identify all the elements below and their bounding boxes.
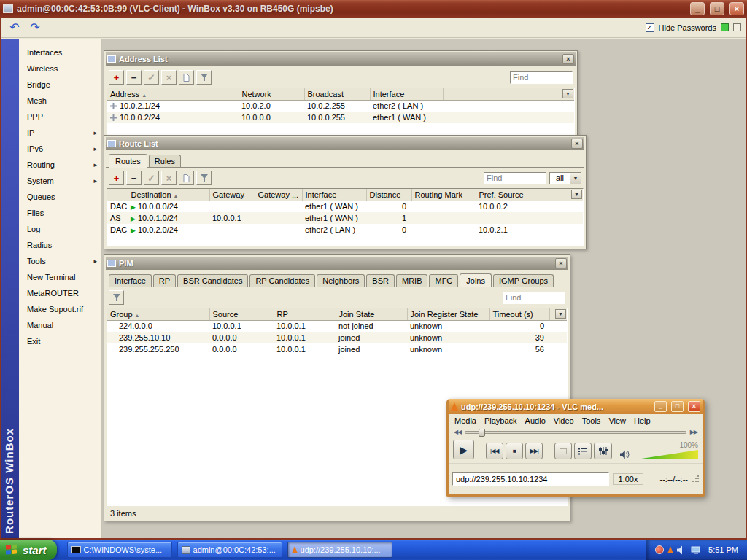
menu-playback[interactable]: Playback: [481, 416, 521, 426]
volume-slider[interactable]: 100%: [637, 441, 698, 459]
sidebar-item-manual[interactable]: Manual: [19, 317, 101, 333]
close-button[interactable]: ×: [729, 2, 744, 15]
sidebar-item-tools[interactable]: Tools▸: [19, 253, 101, 269]
tab-mfc[interactable]: MFC: [429, 274, 458, 287]
vlc-titlebar[interactable]: udp://239.255.10.10:1234 - VLC med... _ …: [449, 399, 703, 414]
sidebar-item-exit[interactable]: Exit: [19, 333, 101, 349]
start-button[interactable]: start: [0, 540, 57, 560]
tab-rp-candidates[interactable]: RP Candidates: [249, 274, 315, 287]
menu-video[interactable]: Video: [550, 416, 578, 426]
column-header-gateway-status[interactable]: Gateway ...: [255, 189, 302, 201]
sidebar-item-new-terminal[interactable]: New Terminal: [19, 269, 101, 285]
column-header-pref-source[interactable]: Pref. Source: [476, 189, 538, 201]
menu-audio[interactable]: Audio: [522, 416, 549, 426]
tray-status-icon[interactable]: [655, 545, 664, 554]
filter-button[interactable]: [109, 290, 124, 305]
tab-routes[interactable]: Routes: [109, 154, 147, 168]
address-row[interactable]: 10.0.0.2/24 10.0.0.0 10.0.0.255 ether1 (…: [107, 112, 574, 123]
maximize-button[interactable]: □: [671, 401, 684, 412]
filter-button[interactable]: [196, 70, 212, 85]
taskbar-item-winbox[interactable]: admin@00:0C:42:53:...: [177, 542, 282, 558]
enable-button[interactable]: ✓: [144, 171, 159, 185]
maximize-button[interactable]: □: [710, 2, 724, 15]
sidebar-item-metarouter[interactable]: MetaROUTER: [19, 285, 101, 301]
pim-join-row[interactable]: 224.0.0.0 10.0.0.1 10.0.0.1 not joined u…: [107, 320, 567, 332]
column-header-network[interactable]: Network: [239, 88, 304, 100]
sidebar-item-interfaces[interactable]: Interfaces: [19, 44, 101, 61]
route-scope-select[interactable]: all ▼: [549, 172, 581, 184]
hide-passwords-checkbox[interactable]: ✓: [646, 23, 654, 32]
menu-help[interactable]: Help: [630, 416, 654, 426]
volume-wedge[interactable]: [637, 450, 698, 459]
tab-rules[interactable]: Rules: [149, 155, 181, 167]
close-icon[interactable]: ×: [555, 258, 567, 268]
column-selector-button[interactable]: ▼: [562, 89, 573, 98]
remove-button[interactable]: −: [126, 171, 142, 185]
route-list-titlebar[interactable]: Route List ×: [106, 137, 584, 150]
find-input[interactable]: [510, 71, 573, 84]
speaker-icon[interactable]: [620, 450, 630, 459]
tab-bsr[interactable]: BSR: [366, 274, 395, 287]
sidebar-item-files[interactable]: Files: [19, 205, 101, 221]
column-header-distance[interactable]: Distance: [366, 189, 411, 201]
sidebar-item-ip[interactable]: IP▸: [19, 125, 101, 141]
playback-rate[interactable]: 1.00x: [613, 473, 643, 485]
column-header-join-register-state[interactable]: Join Register State: [407, 308, 489, 320]
undo-button[interactable]: ↶: [6, 20, 23, 36]
column-header-address[interactable]: Address▲: [107, 88, 239, 100]
column-header-rp[interactable]: RP: [274, 308, 336, 320]
menu-view[interactable]: View: [605, 416, 630, 426]
previous-button[interactable]: |◀◀: [486, 443, 503, 459]
pim-join-row[interactable]: 239.255.10.10 0.0.0.0 10.0.0.1 joined un…: [107, 332, 567, 343]
address-list-titlebar[interactable]: Address List ×: [106, 52, 576, 66]
add-button[interactable]: +: [109, 70, 124, 85]
route-row[interactable]: DAC ▶10.0.0.0/24 ether1 ( WAN ) 0 10.0.0…: [107, 201, 583, 212]
menu-tools[interactable]: Tools: [578, 416, 605, 426]
sidebar-item-queues[interactable]: Queues: [19, 189, 101, 205]
column-header-timeout[interactable]: Timeout (s): [489, 308, 549, 320]
extended-settings-button[interactable]: [594, 443, 611, 459]
column-header-interface[interactable]: Interface: [370, 88, 443, 100]
find-input[interactable]: [503, 292, 565, 304]
column-selector-button[interactable]: ▼: [555, 309, 566, 319]
sidebar-item-routing[interactable]: Routing▸: [19, 157, 101, 173]
network-tray-icon[interactable]: [691, 546, 700, 554]
fullscreen-button[interactable]: [554, 443, 572, 459]
column-header-broadcast[interactable]: Broadcast: [304, 88, 370, 100]
column-header-join-state[interactable]: Join State: [336, 308, 407, 320]
disable-button[interactable]: ×: [161, 171, 177, 185]
tab-rp[interactable]: RP: [153, 274, 176, 287]
remove-button[interactable]: −: [126, 70, 142, 85]
column-header-group[interactable]: Group▲: [107, 308, 209, 320]
resize-grip[interactable]: [692, 475, 699, 483]
sidebar-item-ipv6[interactable]: IPv6▸: [19, 141, 101, 157]
sidebar-item-ppp[interactable]: PPP: [19, 109, 101, 125]
find-input[interactable]: [484, 172, 546, 184]
seek-slider[interactable]: [465, 431, 686, 434]
sidebar-item-make-supout-rif[interactable]: Make Supout.rif: [19, 301, 101, 317]
sidebar-item-wireless[interactable]: Wireless: [19, 61, 101, 77]
enable-button[interactable]: ✓: [144, 70, 159, 85]
column-header-destination[interactable]: Destination▲: [128, 189, 209, 201]
add-button[interactable]: +: [109, 171, 124, 185]
menu-media[interactable]: Media: [451, 416, 480, 426]
close-button[interactable]: ×: [688, 401, 700, 412]
address-row[interactable]: 10.0.2.1/24 10.0.2.0 10.0.2.255 ether2 (…: [107, 100, 574, 112]
pim-join-row[interactable]: 239.255.255.250 0.0.0.0 10.0.0.1 joined …: [107, 343, 567, 355]
tab-igmp-groups[interactable]: IGMP Groups: [493, 274, 554, 287]
stop-button[interactable]: ■: [506, 443, 523, 459]
volume-tray-icon[interactable]: [677, 545, 687, 555]
pim-titlebar[interactable]: PIM ×: [106, 257, 568, 270]
redo-button[interactable]: ↷: [26, 20, 44, 36]
minimize-button[interactable]: _: [654, 401, 667, 412]
tab-bsr-candidates[interactable]: BSR Candidates: [177, 274, 248, 287]
comment-button[interactable]: [179, 171, 194, 185]
forward-icon[interactable]: ▶▶: [690, 429, 697, 435]
sidebar-item-radius[interactable]: Radius: [19, 237, 101, 253]
column-header-source[interactable]: Source: [209, 308, 274, 320]
column-selector-button[interactable]: ▼: [571, 190, 582, 199]
close-icon[interactable]: ×: [562, 54, 574, 64]
tab-mrib[interactable]: MRIB: [396, 274, 428, 287]
play-button[interactable]: ▶: [453, 440, 474, 459]
media-url-field[interactable]: [452, 472, 609, 486]
